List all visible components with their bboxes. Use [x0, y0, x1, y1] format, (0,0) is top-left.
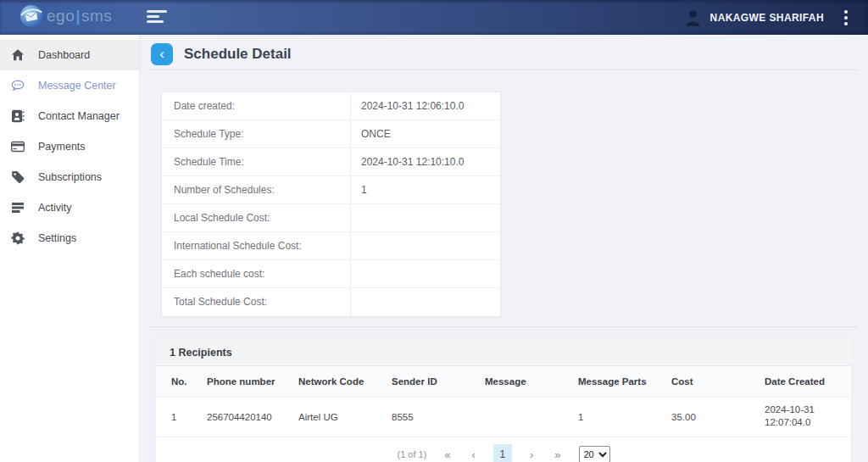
globe-envelope-icon: [19, 3, 44, 29]
detail-label: Local Schedule Cost:: [162, 204, 350, 231]
detail-value: [350, 204, 500, 231]
recipients-title: 1 Recipients: [156, 339, 851, 366]
brand-sms: sms: [81, 7, 112, 25]
column-header: No.: [171, 366, 207, 397]
cell-cost: 35.00: [671, 398, 765, 437]
column-header: Message: [485, 366, 578, 397]
sidebar-item-message-center[interactable]: Message Center: [0, 70, 139, 101]
column-header: Cost: [671, 366, 765, 397]
cell-no: 1: [171, 398, 207, 437]
top-navbar: ego|sms NAKAGWE SHARIFAH: [0, 0, 868, 35]
page-header: ‹ Schedule Detail: [139, 38, 868, 70]
table-row: 1 256704420140 Airtel UG 8555 1 35.00 20…: [156, 398, 851, 437]
brand-ego: ego: [47, 7, 75, 25]
sidebar-item-subscriptions[interactable]: Subscriptions: [0, 162, 139, 192]
pagination-first-button[interactable]: «: [441, 447, 453, 462]
person-icon: [686, 9, 700, 26]
detail-label: Schedule Type:: [162, 120, 350, 148]
credit-card-icon: [8, 140, 27, 153]
column-header: Network Code: [298, 366, 392, 397]
detail-label: Number of Schedules:: [162, 176, 350, 203]
column-header: Sender ID: [392, 366, 485, 397]
home-icon: [8, 48, 27, 62]
cell-message: [485, 398, 578, 437]
detail-row: Schedule Time: 2024-10-31 12:10:10.0: [162, 148, 500, 176]
column-header: Message Parts: [578, 366, 671, 397]
sidebar-item-dashboard[interactable]: Dashboard: [0, 40, 139, 70]
detail-row: Schedule Type: ONCE: [162, 120, 500, 148]
tag-icon: [8, 170, 27, 184]
sidebar-item-label: Activity: [38, 202, 72, 214]
detail-value: 2024-10-31 12:06:10.0: [350, 92, 500, 120]
pagination-range-label: (1 of 1): [397, 449, 426, 459]
user-name: NAKAGWE SHARIFAH: [710, 12, 824, 24]
detail-label: Schedule Time:: [162, 148, 350, 175]
app-window: ego|sms NAKAGWE SHARIFAH Dashboard: [0, 0, 868, 462]
schedule-detail-table: Date created: 2024-10-31 12:06:10.0 Sche…: [161, 92, 501, 317]
detail-label: Each schedule cost:: [162, 260, 350, 287]
sidebar-item-payments[interactable]: Payments: [0, 131, 139, 162]
column-header: Date Created: [765, 366, 851, 397]
cell-phone-number: 256704420140: [207, 398, 298, 437]
pagination-prev-button[interactable]: ‹: [469, 447, 479, 462]
brand-logo[interactable]: ego|sms: [19, 3, 112, 29]
cell-sender-id: 8555: [392, 398, 485, 437]
chat-bubble-icon: [8, 79, 27, 92]
user-menu[interactable]: NAKAGWE SHARIFAH: [686, 0, 853, 35]
brand-separator: |: [75, 7, 81, 25]
sidebar-item-label: Contact Manager: [38, 110, 120, 122]
pagination-next-button[interactable]: ›: [526, 447, 537, 462]
section-divider: [149, 326, 858, 327]
detail-row: Total Schedule Cost:: [162, 288, 500, 316]
detail-value: [350, 232, 500, 259]
gear-icon: [8, 231, 27, 245]
detail-value: 1: [350, 176, 500, 203]
back-button[interactable]: ‹: [151, 43, 173, 65]
sidebar-item-label: Subscriptions: [38, 171, 102, 183]
activity-list-icon: [8, 201, 27, 214]
cell-message-parts: 1: [578, 398, 671, 437]
detail-value: [350, 288, 500, 316]
pagination-page-1-button[interactable]: 1: [493, 444, 512, 462]
detail-label: Date created:: [162, 92, 350, 120]
detail-row: Each schedule cost:: [162, 260, 500, 288]
recipients-table-header: No. Phone number Network Code Sender ID …: [156, 366, 851, 398]
detail-label: Total Schedule Cost:: [162, 288, 350, 316]
detail-value: ONCE: [350, 120, 500, 148]
page-size-select[interactable]: 20: [579, 446, 610, 462]
sidebar-item-label: Dashboard: [38, 49, 90, 61]
sidebar-item-settings[interactable]: Settings: [0, 223, 139, 253]
sidebar: Dashboard Message Center: [0, 35, 139, 462]
detail-label: International Schedule Cost:: [162, 232, 350, 259]
sidebar-item-label: Settings: [38, 232, 76, 244]
brand-text: ego|sms: [47, 7, 112, 25]
sidebar-item-label: Payments: [38, 141, 86, 153]
main-content: ‹ Schedule Detail Date created: 2024-10-…: [139, 35, 868, 462]
detail-value: [350, 260, 500, 287]
pagination-last-button[interactable]: »: [551, 447, 564, 462]
detail-row: International Schedule Cost:: [162, 232, 500, 260]
pagination-bar: (1 of 1) « ‹ 1 › » 20: [156, 437, 851, 462]
address-book-icon: [8, 109, 27, 123]
recipients-panel: 1 Recipients No. Phone number Network Co…: [155, 338, 852, 462]
cell-date-created: 2024-10-31 12:07:04.0: [765, 398, 851, 437]
hamburger-menu-icon[interactable]: [147, 10, 169, 25]
cell-network-code: Airtel UG: [298, 398, 392, 437]
detail-row: Number of Schedules: 1: [162, 176, 500, 204]
kebab-menu-icon[interactable]: [839, 7, 853, 29]
column-header: Phone number: [207, 366, 298, 397]
header-divider: [149, 70, 858, 70]
sidebar-item-label: Message Center: [38, 80, 116, 92]
detail-value: 2024-10-31 12:10:10.0: [350, 148, 500, 175]
sidebar-item-activity[interactable]: Activity: [0, 192, 139, 223]
sidebar-item-contact-manager[interactable]: Contact Manager: [0, 101, 139, 131]
page-title: Schedule Detail: [184, 46, 292, 63]
detail-row: Local Schedule Cost:: [162, 204, 500, 232]
detail-row: Date created: 2024-10-31 12:06:10.0: [162, 92, 500, 120]
